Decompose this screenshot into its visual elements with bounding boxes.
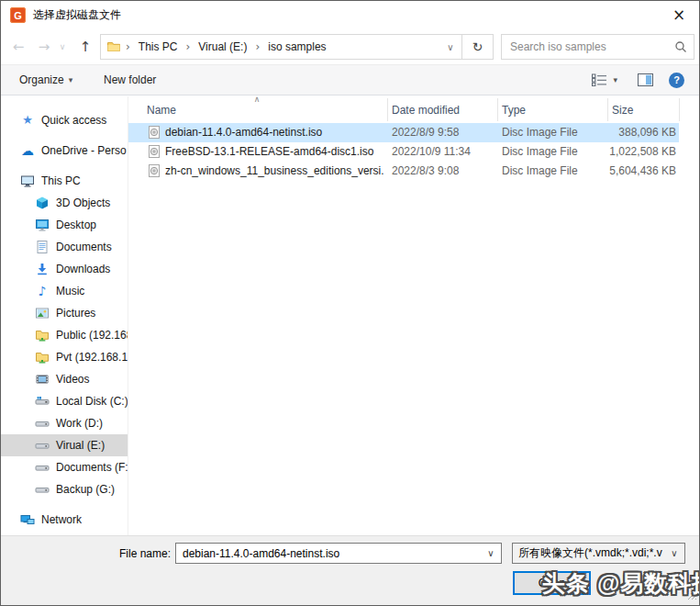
cloud-icon: ☁ <box>20 143 35 158</box>
sort-indicator-icon: ∧ <box>246 95 268 104</box>
sidebar-item-network[interactable]: Network <box>1 509 128 531</box>
size-cell: 1,022,508 KB <box>584 145 676 158</box>
sidebar-item-label: This PC <box>41 174 81 187</box>
sidebar-item-music[interactable]: ♪Music <box>1 280 128 302</box>
sidebar-item-3d-objects[interactable]: 3D Objects <box>1 192 128 214</box>
disk-os-icon <box>35 394 50 409</box>
type-cell: Disc Image File <box>502 145 578 158</box>
organize-label: Organize <box>19 73 64 86</box>
preview-pane-icon <box>638 73 653 86</box>
title-bar: G 选择虚拟磁盘文件 × <box>1 1 699 29</box>
file-row[interactable]: debian-11.4.0-amd64-netinst.iso2022/8/9 … <box>128 123 679 142</box>
column-header-date-modified[interactable]: Date modified <box>392 104 460 117</box>
size-cell: 388,096 KB <box>584 126 676 139</box>
file-row[interactable]: FreeBSD-13.1-RELEASE-amd64-disc1.iso2022… <box>128 142 679 162</box>
refresh-button[interactable]: ↻ <box>462 39 493 54</box>
sidebar-item-quick-access[interactable]: ★Quick access <box>1 109 128 131</box>
footer-bar: File name: debian-11.4.0-amd64-netinst.i… <box>1 535 699 605</box>
close-button[interactable]: × <box>659 1 699 28</box>
breadcrumb-item[interactable]: iso samples <box>264 40 329 53</box>
size-cell: 5,604,436 KB <box>584 164 676 177</box>
sidebar-item-work-d[interactable]: Work (D:) <box>1 412 128 434</box>
dialog-title: 选择虚拟磁盘文件 <box>33 7 121 23</box>
type-cell: Disc Image File <box>502 164 578 177</box>
sidebar-item-documents[interactable]: Documents <box>1 236 128 258</box>
up-button[interactable]: ↑ <box>72 29 98 64</box>
column-divider[interactable] <box>387 98 388 121</box>
sidebar-item-onedrive-perso[interactable]: ☁OneDrive - Perso <box>1 140 128 162</box>
details-view-icon <box>592 73 607 86</box>
toolbar: Organize ▾ New folder ▾ ? <box>1 64 699 95</box>
organize-button[interactable]: Organize ▾ <box>19 65 72 95</box>
file-name-cell: zh-cn_windows_11_business_editions_versi… <box>165 164 383 177</box>
document-icon <box>35 240 50 254</box>
file-type-combo[interactable]: 所有映像文件(*.vmdk;*.vdi;*.v ∨ <box>512 543 685 564</box>
disc-file-icon <box>147 125 161 140</box>
sidebar-item-label: 3D Objects <box>56 196 110 209</box>
preview-pane-button[interactable] <box>638 65 653 95</box>
sidebar-item-desktop[interactable]: Desktop <box>1 214 128 236</box>
search-icon[interactable] <box>668 40 694 53</box>
column-divider[interactable] <box>607 98 608 121</box>
file-row[interactable]: zh-cn_windows_11_business_editions_versi… <box>128 162 679 181</box>
sidebar-item-this-pc[interactable]: This PC <box>1 170 128 192</box>
desktop-icon <box>35 218 50 232</box>
sidebar-item-videos[interactable]: Videos <box>1 368 128 390</box>
file-name-combo[interactable]: debian-11.4.0-amd64-netinst.iso ∨ <box>175 543 502 564</box>
sidebar-item-pictures[interactable]: Pictures <box>1 302 128 324</box>
breadcrumb: ›This PC›Virual (E:)›iso samples <box>121 40 330 53</box>
sidebar-item-label: Work (D:) <box>56 417 103 430</box>
new-folder-button[interactable]: New folder <box>104 65 156 95</box>
sidebar-item-label: Local Disk (C:) <box>56 395 128 408</box>
disk-icon <box>35 482 50 497</box>
column-divider[interactable] <box>497 98 498 121</box>
address-dropdown-chevron-icon[interactable]: ∨ <box>439 42 461 52</box>
help-button[interactable]: ? <box>669 65 684 95</box>
breadcrumb-separator-icon: › <box>182 40 195 53</box>
sidebar-item-label: Virual (E:) <box>56 439 105 452</box>
monitor-icon <box>20 174 35 188</box>
sidebar-item-label: Pictures <box>56 307 95 320</box>
breadcrumb-item[interactable]: Virual (E:) <box>194 40 250 53</box>
back-button[interactable]: ← <box>6 29 30 64</box>
video-icon <box>35 372 50 387</box>
cube-icon <box>35 196 50 210</box>
sidebar-item-virual-e[interactable]: Virual (E:) <box>1 434 128 456</box>
star-icon: ★ <box>20 113 35 128</box>
open-file-dialog: G 选择虚拟磁盘文件 × ← → ∨ ↑ ›This PC›Virual (E:… <box>0 0 700 606</box>
picture-icon <box>35 306 50 320</box>
sidebar-item-documents-f[interactable]: Documents (F:) <box>1 456 128 478</box>
navigation-pane: ★Quick access☁OneDrive - PersoThis PC3D … <box>1 96 128 535</box>
sidebar-item-pvt-192-168-1-1[interactable]: Pvt (192.168.1.1.. <box>1 346 128 368</box>
column-header-type[interactable]: Type <box>502 104 526 117</box>
sidebar-item-label: Network <box>41 513 82 526</box>
disk-icon <box>35 438 50 453</box>
column-header-size[interactable]: Size <box>612 104 633 117</box>
disc-file-icon <box>147 163 161 178</box>
breadcrumb-separator-icon: › <box>121 40 135 53</box>
network-icon <box>20 512 35 527</box>
sidebar-item-public-192-168[interactable]: Public (192.168.. <box>1 324 128 346</box>
chevron-down-icon: ▾ <box>69 75 73 84</box>
sidebar-item-label: Quick access <box>41 114 106 127</box>
file-name-value[interactable]: debian-11.4.0-amd64-netinst.iso <box>176 547 481 560</box>
forward-button[interactable]: → <box>32 29 56 64</box>
recent-locations-button[interactable]: ∨ <box>56 29 69 64</box>
views-button[interactable]: ▾ <box>592 65 617 95</box>
sidebar-item-label: Desktop <box>56 219 96 231</box>
address-bar[interactable]: ›This PC›Virual (E:)›iso samples ∨ ↻ <box>100 34 494 60</box>
sidebar-item-local-disk-c[interactable]: Local Disk (C:) <box>1 390 128 412</box>
folder-icon <box>106 39 121 54</box>
breadcrumb-item[interactable]: This PC <box>135 40 182 53</box>
download-icon <box>35 262 50 276</box>
disc-file-icon <box>147 144 161 159</box>
disk-icon <box>35 416 50 431</box>
sidebar-item-backup-g[interactable]: Backup (G:) <box>1 478 128 500</box>
column-header-name[interactable]: Name <box>147 104 176 117</box>
date-modified-cell: 2022/8/9 9:58 <box>392 126 459 139</box>
column-divider[interactable] <box>679 98 680 121</box>
views-chevron-icon: ▾ <box>613 75 617 84</box>
search-input[interactable] <box>502 40 668 53</box>
file-name-chevron-icon[interactable]: ∨ <box>481 548 501 558</box>
sidebar-item-downloads[interactable]: Downloads <box>1 258 128 280</box>
